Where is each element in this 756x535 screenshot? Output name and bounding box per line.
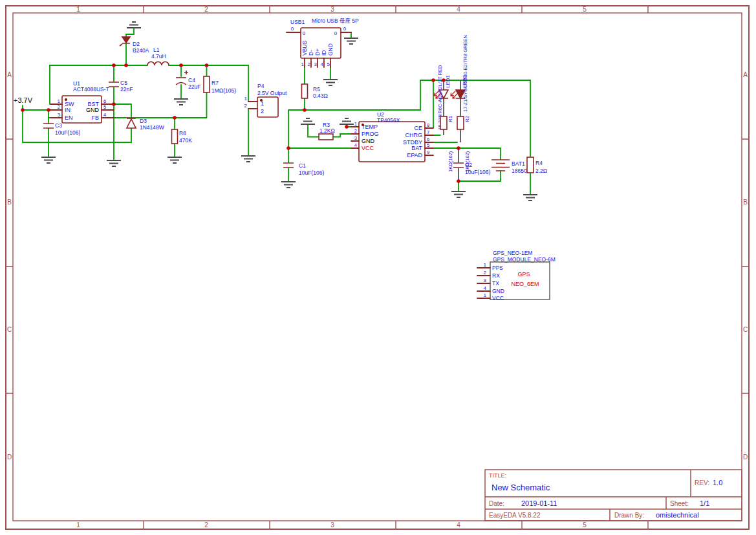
refdes: D3 [140, 118, 147, 124]
frame-row-label: A [7, 71, 12, 78]
pin-number: 2 [244, 103, 248, 109]
module-label: NEO_6EM [511, 281, 539, 287]
pin-name: EN [65, 115, 73, 121]
refdes: D2 [133, 41, 140, 47]
pin-number: 1 [58, 98, 60, 104]
pin-name: GND [86, 107, 100, 113]
pin-number: 5 [327, 61, 330, 67]
value: 1N4148W [140, 124, 164, 131]
pin-number: 3 [354, 135, 357, 141]
pin-number: 4 [484, 285, 487, 291]
part-number: TP4056X [377, 117, 400, 124]
value: 1KΩ(102) [448, 151, 453, 172]
pin-name: VBUS [301, 41, 308, 56]
value: 18650 [512, 168, 527, 174]
pin-name: 2 [261, 108, 264, 115]
shield-pin-number: 0 [291, 26, 294, 32]
pin-number: 2 [484, 270, 487, 276]
pin-number: 2 [354, 128, 357, 134]
net-label-3v7[interactable]: +3.7V [14, 96, 33, 104]
refdes: C3 [55, 122, 62, 129]
pin-number: 9 [427, 149, 429, 155]
value: 4.7uH [151, 53, 166, 60]
frame-col-label: 4 [457, 6, 460, 13]
pin-name: GND [362, 138, 375, 144]
pin-number: 1 [484, 262, 487, 268]
rev-value[interactable]: 1.0 [713, 479, 722, 486]
frame-col-label: 3 [330, 521, 334, 529]
frame-row-label: C [7, 326, 12, 333]
date-value[interactable]: 2019-01-11 [521, 499, 557, 507]
value: 17-21/SYGC/S530-E2/TR8 GREEN [462, 35, 468, 112]
value: 1.2KΩ [319, 127, 335, 134]
pin-name: TX [492, 280, 499, 287]
pin-number: 4 [354, 142, 357, 148]
refdes: C1 [299, 162, 306, 169]
frame-col-label: 4 [457, 521, 460, 529]
pin-name: ID [321, 50, 327, 56]
pin-name: PPS [492, 265, 503, 271]
pin-name: GND [327, 43, 334, 56]
value: B240A [133, 47, 149, 54]
pin-number: 3 [484, 278, 487, 283]
pin-name: D+ [314, 49, 321, 56]
pin-number: 1 [354, 121, 357, 127]
sheet-label: Sheet: [670, 500, 689, 507]
rev-label: REV: [695, 479, 709, 486]
value: 10uF(106) [465, 169, 490, 175]
frame-row-label: B [743, 199, 748, 206]
pin-number: 5 [427, 142, 429, 148]
frame-col-label: 5 [583, 6, 587, 13]
frame-row-label: C [743, 326, 748, 333]
refdes: L1 [153, 47, 160, 53]
refdes: C5 [120, 80, 127, 86]
frame-row-label: A [743, 71, 748, 78]
pin-name: RX [492, 272, 500, 279]
pin-number: 6 [103, 98, 106, 104]
value: 2.5V Output [257, 90, 287, 96]
pin-name: PROG [362, 131, 379, 137]
schematic-canvas[interactable]: 1 2 3 4 5 1 2 3 4 5 A B C D A B C D [0, 0, 756, 535]
pin-name: CHRG [405, 132, 423, 138]
value: 0.43Ω [313, 93, 328, 99]
pin-number: 2 [58, 104, 60, 110]
shield-pin-number: 0 [343, 26, 347, 32]
frame-row-label: B [7, 199, 12, 206]
pin-name: CE [414, 125, 422, 131]
pin-number: 1 [301, 61, 305, 67]
refdes: USB1 [290, 19, 305, 25]
drawn-by-label: Drawn By: [614, 512, 644, 519]
title-label: TITLE: [489, 472, 506, 479]
pin-number: 5 [103, 104, 106, 110]
refdes: C4 [188, 77, 195, 83]
pin-name: VCC [492, 295, 504, 301]
software-version: EasyEDA V5.8.22 [489, 512, 541, 519]
frame-row-label: D [743, 453, 748, 461]
pin-name: D- [308, 50, 314, 56]
refdes: LED1 [445, 74, 451, 88]
pin-number: 8 [427, 122, 429, 128]
value: 470K [179, 137, 192, 144]
value: 22nF [120, 86, 133, 93]
schematic-title[interactable]: New Schematic [491, 483, 550, 492]
pin-number: 3 [58, 112, 60, 118]
pin-name: TEMP [362, 124, 378, 130]
frame-col-label: 5 [583, 521, 587, 529]
part-number: Micro USB 母座 5P [312, 17, 359, 24]
part-number: ACT4088US-T [73, 86, 109, 93]
value: 1MΩ(105) [211, 87, 236, 94]
frame-row-label: D [7, 453, 12, 461]
frame-col-label: 1 [76, 521, 80, 529]
pin-name: 1 [261, 100, 264, 107]
module-label: GPS [517, 271, 530, 278]
frame-col-label: 2 [204, 6, 208, 13]
refdes: R7 [211, 80, 219, 86]
value: 10uF(106) [55, 129, 80, 136]
frame-col-label: 1 [76, 6, 80, 13]
pin-number: 4 [103, 112, 106, 118]
part-name: GPS_NEO-1EM [493, 250, 532, 256]
sheet-value[interactable]: 1/1 [700, 499, 709, 507]
drawn-by-value[interactable]: omistechnical [656, 511, 699, 519]
frame-col-label: 2 [204, 521, 208, 529]
refdes: C2 [465, 162, 472, 168]
